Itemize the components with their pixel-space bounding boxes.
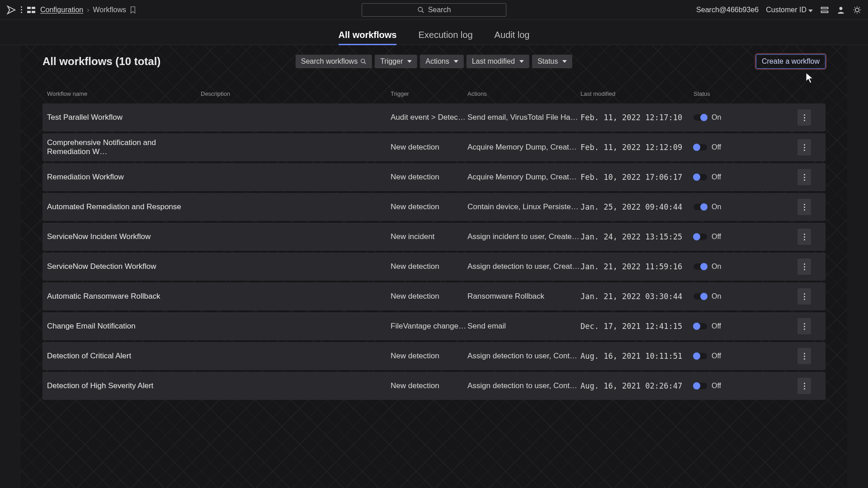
status-toggle[interactable]	[693, 353, 707, 359]
table-row[interactable]: Comprehensive Notification and Remediati…	[42, 133, 826, 161]
status-toggle[interactable]	[693, 383, 707, 389]
svg-point-8	[855, 8, 859, 11]
workflow-trigger: New detection	[391, 352, 467, 361]
search-placeholder: Search	[428, 6, 451, 14]
row-menu-button[interactable]	[797, 199, 811, 215]
tab-audit-log[interactable]: Audit log	[495, 30, 530, 45]
status-label: Off	[712, 173, 721, 181]
row-menu-button[interactable]	[797, 258, 811, 275]
status-label: Off	[712, 143, 721, 151]
workflow-trigger: FileVantage change >…	[391, 322, 467, 331]
row-menu-button[interactable]	[797, 378, 811, 394]
col-actions: Actions	[467, 90, 580, 97]
global-search[interactable]: Search	[362, 3, 506, 17]
workflow-actions: Send email	[467, 322, 580, 331]
table-row[interactable]: Remediation WorkflowNew detectionAcquire…	[42, 163, 826, 191]
workflow-actions: Ransomware Rollback	[467, 292, 580, 301]
tab-all-workflows[interactable]: All workflows	[339, 30, 397, 45]
workflow-modified: Aug. 16, 2021 02:26:47	[580, 381, 693, 390]
table-row[interactable]: Automated Remediation and ResponseNew de…	[42, 193, 826, 221]
tab-execution-log[interactable]: Execution log	[418, 30, 472, 45]
svg-rect-0	[27, 7, 31, 9]
workflow-trigger: New detection	[391, 262, 467, 271]
logo-icon[interactable]	[6, 5, 16, 15]
row-menu-button[interactable]	[797, 318, 811, 334]
customer-id-dropdown[interactable]: Customer ID	[766, 6, 813, 14]
workflow-trigger: Audit event > Detecti…	[391, 113, 467, 122]
status-toggle[interactable]	[693, 204, 707, 210]
status-label: Off	[712, 352, 721, 360]
workflow-trigger: New detection	[391, 143, 467, 152]
workflow-actions: Assign detection to user, Contain d…	[467, 352, 580, 361]
app-switcher-icon[interactable]	[27, 5, 36, 14]
workflow-modified: Jan. 25, 2022 09:40:44	[580, 202, 693, 211]
row-menu-button[interactable]	[797, 169, 811, 185]
workflow-actions: Assign detection to user, Contain d…	[467, 381, 580, 390]
search-workflows-filter[interactable]: Search workflows	[296, 55, 372, 68]
workflow-modified: Feb. 11, 2022 12:17:10	[580, 113, 693, 122]
table-row[interactable]: Automatic Ransomware RollbackNew detecti…	[42, 282, 826, 310]
table-row[interactable]: Change Email NotificationFileVantage cha…	[42, 312, 826, 340]
table-row[interactable]: ServiceNow Incident WorkflowNew incident…	[42, 223, 826, 251]
chevron-down-icon	[808, 9, 813, 12]
row-menu-button[interactable]	[797, 348, 811, 364]
workflow-trigger: New detection	[391, 381, 467, 390]
col-trigger: Trigger	[391, 90, 467, 97]
activity-icon[interactable]	[820, 5, 829, 14]
row-menu-button[interactable]	[797, 109, 811, 126]
workflow-name: Detection of High Severity Alert	[47, 381, 201, 390]
status-toggle[interactable]	[693, 293, 707, 300]
col-last-modified: Last modified	[580, 90, 693, 97]
breadcrumb: Configuration › Workflows	[40, 6, 136, 14]
row-menu-button[interactable]	[797, 288, 811, 305]
workflow-trigger: New detection	[391, 292, 467, 301]
status-filter[interactable]: Status	[532, 55, 572, 68]
theme-toggle-icon[interactable]	[853, 5, 862, 14]
status-toggle[interactable]	[693, 234, 707, 240]
chevron-right-icon: ›	[87, 6, 89, 14]
bookmark-icon[interactable]	[130, 6, 136, 14]
row-menu-button[interactable]	[797, 229, 811, 245]
menu-dots-icon[interactable]	[21, 6, 22, 13]
workflow-modified: Aug. 16, 2021 10:11:51	[580, 352, 693, 361]
user-icon[interactable]	[836, 5, 845, 14]
status-toggle[interactable]	[693, 144, 707, 150]
row-menu-button[interactable]	[797, 139, 811, 155]
col-name: Workflow name	[47, 90, 201, 97]
table-row[interactable]: Detection of Critical AlertNew detection…	[42, 342, 826, 370]
workflow-modified: Jan. 21, 2022 11:59:16	[580, 262, 693, 271]
actions-filter[interactable]: Actions	[420, 55, 463, 68]
svg-rect-1	[32, 7, 35, 9]
breadcrumb-root[interactable]: Configuration	[40, 6, 83, 14]
chevron-down-icon	[407, 60, 412, 63]
status-label: Off	[712, 322, 721, 330]
last-modified-filter[interactable]: Last modified	[467, 55, 529, 68]
chevron-down-icon	[454, 60, 458, 63]
svg-point-9	[361, 59, 365, 63]
table-row[interactable]: Detection of High Severity AlertNew dete…	[42, 372, 826, 400]
table-row[interactable]: Test Parallel WorkflowAudit event > Dete…	[42, 103, 826, 131]
workflow-trigger: New detection	[391, 202, 467, 211]
svg-rect-5	[821, 7, 828, 9]
workflow-name: Remediation Workflow	[47, 173, 201, 182]
trigger-filter[interactable]: Trigger	[375, 55, 417, 68]
col-description: Description	[201, 90, 391, 97]
workflow-actions: Send email, VirusTotal File Hash L…	[467, 113, 580, 122]
chevron-down-icon	[519, 60, 524, 63]
status-toggle[interactable]	[693, 114, 707, 121]
create-workflow-button[interactable]: Create a workflow	[756, 54, 826, 69]
workflow-modified: Dec. 17, 2021 12:41:15	[580, 322, 693, 331]
status-toggle[interactable]	[693, 323, 707, 329]
search-icon	[417, 6, 425, 14]
workflow-modified: Jan. 24, 2022 13:15:25	[580, 232, 693, 241]
table-row[interactable]: ServiceNow Detection WorkflowNew detecti…	[42, 253, 826, 281]
workflow-name: Detection of Critical Alert	[47, 352, 201, 361]
status-label: Off	[712, 233, 721, 241]
workflow-name: Change Email Notification	[47, 322, 201, 331]
status-label: On	[712, 203, 721, 211]
workflow-trigger: New incident	[391, 232, 467, 241]
status-toggle[interactable]	[693, 174, 707, 180]
status-label: On	[712, 292, 721, 300]
workflow-actions: Acquire Memory Dump, Create Ser…	[467, 143, 580, 152]
status-toggle[interactable]	[693, 263, 707, 270]
